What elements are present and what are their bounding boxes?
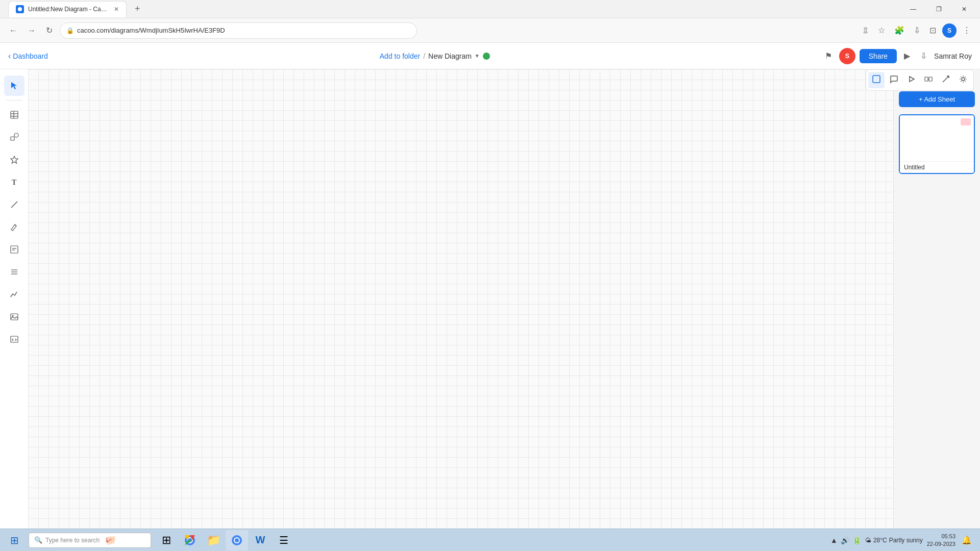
tab-title: Untitled:New Diagram - Cacoo <box>28 6 110 13</box>
battery-icon[interactable]: 🔋 <box>852 536 861 544</box>
tab-favicon <box>16 5 24 13</box>
window-controls: — ❐ ✕ <box>901 0 976 18</box>
word-taskbar-app[interactable]: W <box>249 530 272 550</box>
browser-user-initial: S <box>947 27 951 34</box>
weather-desc: Partly sunny <box>889 537 923 544</box>
sheet-item[interactable]: Untitled <box>899 114 975 174</box>
sheets-list: Untitled <box>894 112 980 176</box>
close-button[interactable]: ✕ <box>952 0 976 18</box>
panel-toolbar <box>866 69 974 91</box>
svg-line-14 <box>11 202 17 208</box>
dev-icon: ☰ <box>279 534 288 546</box>
time-display: 05:53 <box>927 533 955 540</box>
sheets-panel: SHEETS ✕ + Add Sheet Untitled <box>893 69 980 529</box>
windows-icon: ⊞ <box>10 534 19 546</box>
svg-rect-24 <box>11 336 18 342</box>
star-tool-button[interactable] <box>4 149 24 170</box>
taskview-icon: ⊞ <box>162 534 171 547</box>
sound-icon[interactable]: 🔊 <box>841 536 849 544</box>
restore-button[interactable]: ❐ <box>927 0 950 18</box>
explorer-taskbar-app[interactable]: 📁 <box>202 530 225 550</box>
save-status-dot <box>483 53 490 60</box>
svg-line-15 <box>15 224 16 226</box>
line-tool-button[interactable] <box>4 194 24 215</box>
taskbar-pig-icon: 🐖 <box>105 535 116 546</box>
canvas-area[interactable] <box>29 69 893 529</box>
header-actions: ⚑ S Share ▶ ⇩ Samrat Roy <box>822 48 972 64</box>
svg-rect-6 <box>11 111 18 118</box>
chrome-taskbar-app[interactable] <box>179 530 201 550</box>
svg-rect-10 <box>11 137 14 140</box>
share-button[interactable]: Share <box>860 49 897 63</box>
breadcrumb: Add to folder / New Diagram ▼ <box>48 52 822 60</box>
browser-share-icon[interactable]: ⇫ <box>859 23 872 37</box>
play-icon-button[interactable]: ▶ <box>901 49 913 63</box>
list-tool-button[interactable] <box>4 262 24 282</box>
user-initial: S <box>845 52 849 60</box>
network-icon[interactable]: ▲ <box>830 536 838 544</box>
comments-panel-button[interactable] <box>886 72 902 88</box>
svg-rect-22 <box>11 314 18 320</box>
diagram-dropdown-icon[interactable]: ▼ <box>475 53 480 59</box>
dev-taskbar-app[interactable]: ☰ <box>273 530 295 550</box>
add-to-folder-link[interactable]: Add to folder <box>380 52 420 60</box>
nav-reload-button[interactable]: ↻ <box>43 23 56 37</box>
browser-extensions-icon[interactable]: 🧩 <box>891 23 908 37</box>
flag-icon-button[interactable]: ⚑ <box>822 49 835 63</box>
embed-tool-button[interactable] <box>4 329 24 349</box>
nav-back-button[interactable]: ← <box>6 24 20 37</box>
browser-tabs-icon[interactable]: ⊡ <box>926 23 939 37</box>
sheet-name: Untitled <box>900 161 974 173</box>
browser-bookmark-icon[interactable]: ☆ <box>875 23 888 37</box>
presentation-panel-button[interactable] <box>903 72 919 88</box>
pencil-tool-button[interactable] <box>4 217 24 237</box>
user-name-label: Samrat Roy <box>934 52 972 60</box>
chart-tool-button[interactable] <box>4 284 24 305</box>
svg-point-11 <box>14 133 18 137</box>
taskview-app[interactable]: ⊞ <box>155 530 178 550</box>
beta-panel-button[interactable] <box>920 72 937 88</box>
user-avatar[interactable]: S <box>839 48 855 64</box>
settings-panel-button[interactable] <box>955 72 971 88</box>
address-bar[interactable]: 🔒 cacoo.com/diagrams/WmdjIumSkH5IwrHA/E3… <box>60 22 417 39</box>
tool-divider-1 <box>6 100 22 101</box>
notification-icon: 🔔 <box>962 535 972 545</box>
notification-button[interactable]: 🔔 <box>960 530 974 550</box>
new-tab-button[interactable]: + <box>131 4 144 14</box>
sticky-tool-button[interactable] <box>4 239 24 260</box>
taskbar-weather[interactable]: 🌤 28°C Partly sunny <box>865 537 923 544</box>
minimize-button[interactable]: — <box>901 0 925 18</box>
tab-close-button[interactable]: ✕ <box>114 6 119 13</box>
nav-forward-button[interactable]: → <box>24 24 39 37</box>
taskbar-search-icon: 🔍 <box>34 536 42 544</box>
download-icon-button[interactable]: ⇩ <box>917 49 930 63</box>
browser-download-icon[interactable]: ⇩ <box>911 23 923 37</box>
text-tool-button[interactable]: T <box>4 172 24 192</box>
browser-tab[interactable]: Untitled:New Diagram - Cacoo ✕ <box>8 1 127 17</box>
weather-temp: 28°C <box>873 537 887 544</box>
breadcrumb-separator: / <box>423 52 425 60</box>
chrome2-icon <box>231 534 243 546</box>
taskbar-search-box[interactable]: 🔍 Type here to search 🐖 <box>29 533 151 548</box>
diagram-name-label[interactable]: New Diagram <box>428 52 472 60</box>
flow-panel-button[interactable] <box>938 72 954 88</box>
shapes-tool-button[interactable] <box>4 127 24 147</box>
shapes-panel-button[interactable] <box>868 72 885 88</box>
taskbar-apps: ⊞ 📁 W ☰ <box>155 530 295 550</box>
add-sheet-button[interactable]: + Add Sheet <box>899 91 975 107</box>
dashboard-back-link[interactable]: ‹ Dashboard <box>8 52 48 61</box>
svg-rect-3 <box>929 77 932 81</box>
browser-user-avatar[interactable]: S <box>942 23 957 38</box>
browser-menu-icon[interactable]: ⋮ <box>960 23 974 37</box>
image-tool-button[interactable] <box>4 307 24 327</box>
left-toolbar: T <box>0 69 29 529</box>
select-tool-button[interactable] <box>4 76 24 96</box>
taskbar: ⊞ 🔍 Type here to search 🐖 ⊞ 📁 W ☰ ▲ 🔊 🔋 <box>0 529 980 551</box>
taskbar-time[interactable]: 05:53 22-09-2023 <box>927 533 955 547</box>
table-tool-button[interactable] <box>4 105 24 125</box>
tab-favicon-dot <box>18 7 22 11</box>
sheet-thumbnail <box>900 115 974 161</box>
browser-titlebar: Untitled:New Diagram - Cacoo ✕ + — ❐ ✕ <box>0 0 980 18</box>
start-button[interactable]: ⊞ <box>2 530 27 550</box>
chrome2-taskbar-app[interactable] <box>226 530 248 550</box>
